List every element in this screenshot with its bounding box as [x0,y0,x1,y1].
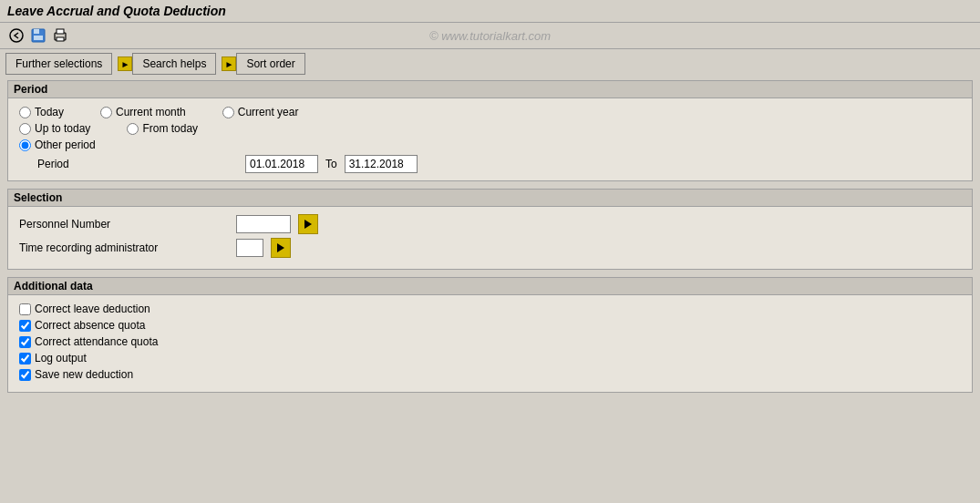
radio-from-today: From today [127,122,198,135]
svg-marker-7 [304,220,312,229]
watermark: © www.tutorialkart.com [429,29,551,43]
radio-from-today-input[interactable] [127,123,139,135]
time-recording-admin-select-btn[interactable] [271,238,291,258]
further-selections-arrow[interactable]: ► [118,56,132,71]
period-section-body: Today Current month Current year Up to t… [8,98,972,180]
radio-today-input[interactable] [19,107,31,118]
time-recording-admin-label: Time recording administrator [19,241,229,254]
radio-current-month-label: Current month [116,106,186,118]
radio-other-period-label: Other period [35,139,96,151]
time-recording-admin-input[interactable] [236,239,263,257]
radio-current-year: Current year [222,106,299,118]
title-bar: Leave Accrual and Quota Deduction [0,0,980,23]
tab-further-selections[interactable]: Further selections [5,53,112,75]
further-selections-label: Further selections [15,57,102,70]
checkbox-correct-attendance-quota: Correct attendance quota [19,335,961,348]
radio-up-to-today-input[interactable] [19,123,31,135]
period-section-title: Period [8,81,972,98]
print-icon[interactable] [51,26,69,45]
search-helps-label: Search helps [142,57,206,70]
checkbox-save-new-deduction-label: Save new deduction [35,368,133,381]
radio-other-period: Other period [19,139,96,151]
checkbox-log-output-input[interactable] [19,353,31,364]
svg-point-0 [10,29,23,42]
page-title: Leave Accrual and Quota Deduction [7,4,226,18]
radio-from-today-label: From today [142,122,198,135]
radio-current-year-label: Current year [238,106,299,118]
svg-rect-3 [34,36,43,40]
additional-data-section-body: Correct leave deduction Correct absence … [8,295,972,392]
checkbox-correct-absence-quota: Correct absence quota [19,319,961,332]
tab-search-helps[interactable]: Search helps [132,53,216,75]
time-recording-admin-row: Time recording administrator [19,238,961,258]
personnel-number-input[interactable] [236,215,291,233]
checkbox-correct-leave-deduction: Correct leave deduction [19,303,961,315]
checkbox-save-new-deduction: Save new deduction [19,368,961,381]
checkbox-correct-leave-deduction-label: Correct leave deduction [35,303,150,315]
additional-data-section-title: Additional data [8,278,972,295]
checkbox-log-output: Log output [19,352,961,364]
personnel-number-row: Personnel Number [19,214,961,234]
period-row-1: Today Current month Current year [19,106,961,118]
save-icon[interactable] [29,26,47,45]
svg-rect-5 [57,29,64,34]
checkbox-correct-attendance-quota-input[interactable] [19,336,31,348]
radio-up-to-today: Up to today [19,122,90,135]
to-label: To [325,158,337,170]
radio-current-month-input[interactable] [100,107,112,118]
date-to-input[interactable] [345,155,418,173]
checkbox-log-output-label: Log output [35,352,87,364]
tab-bar: Further selections ► Search helps ► Sort… [0,49,980,75]
radio-current-year-input[interactable] [222,107,234,118]
period-dates: Period To [19,155,961,173]
radio-today-label: Today [35,106,64,118]
period-field-label: Period [37,158,238,170]
personnel-number-select-btn[interactable] [298,214,318,234]
selection-section-title: Selection [8,190,972,207]
date-from-input[interactable] [245,155,318,173]
content-area: Period Today Current month Current year [0,75,980,405]
additional-data-section: Additional data Correct leave deduction … [7,277,973,393]
radio-today: Today [19,106,64,118]
sort-order-label: Sort order [246,57,294,70]
toolbar: © www.tutorialkart.com [0,23,980,49]
checkbox-correct-absence-quota-label: Correct absence quota [35,319,145,332]
checkbox-correct-attendance-quota-label: Correct attendance quota [35,335,158,348]
search-helps-arrow[interactable]: ► [222,56,236,71]
tab-sort-order[interactable]: Sort order [236,53,304,75]
personnel-number-label: Personnel Number [19,218,229,231]
period-row-2: Up to today From today [19,122,961,135]
selection-section: Selection Personnel Number Time recordin… [7,189,973,270]
svg-rect-2 [34,29,39,34]
selection-section-body: Personnel Number Time recording administ… [8,207,972,269]
period-row-3: Other period [19,139,961,151]
radio-up-to-today-label: Up to today [35,122,90,135]
svg-rect-6 [57,37,64,41]
svg-marker-8 [277,243,284,252]
checkbox-correct-absence-quota-input[interactable] [19,320,31,332]
checkbox-save-new-deduction-input[interactable] [19,369,31,381]
radio-current-month: Current month [100,106,186,118]
period-section: Period Today Current month Current year [7,80,973,181]
back-icon[interactable] [7,26,26,45]
checkbox-correct-leave-deduction-input[interactable] [19,303,31,315]
radio-other-period-input[interactable] [19,139,31,151]
